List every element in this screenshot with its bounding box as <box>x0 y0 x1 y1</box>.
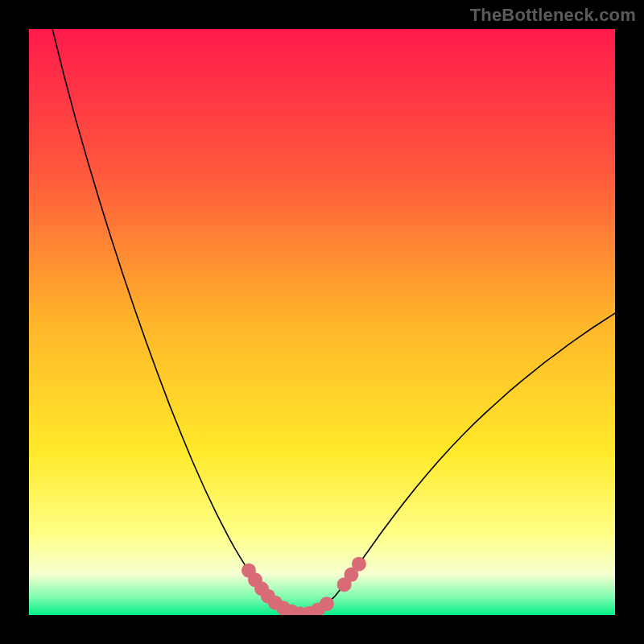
highlight-marker <box>352 557 366 572</box>
bottleneck-chart <box>29 29 615 615</box>
watermark-text: TheBottleneck.com <box>470 5 636 26</box>
gradient-background <box>29 29 615 615</box>
chart-frame: TheBottleneck.com <box>0 0 644 644</box>
highlight-marker <box>320 597 334 611</box>
plot-area <box>29 29 615 615</box>
